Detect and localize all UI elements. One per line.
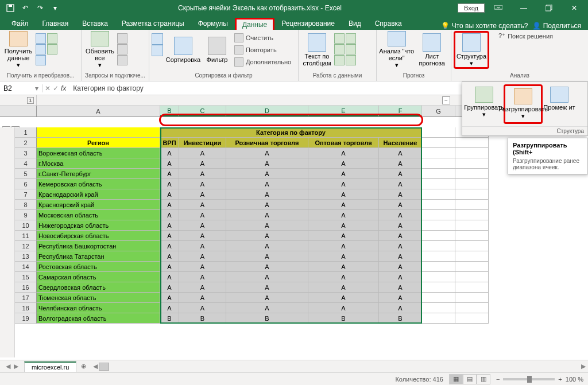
cell[interactable] (455, 158, 489, 169)
h-scrollbar[interactable]: ◀▶ (91, 363, 588, 371)
data-cell[interactable]: A (308, 231, 379, 241)
data-cell[interactable]: A (160, 179, 179, 189)
manage-model-icon[interactable] (346, 55, 356, 65)
undo-icon[interactable]: ↶ (18, 1, 32, 15)
cell[interactable] (455, 313, 489, 324)
region-cell[interactable]: г.Санкт-Петербург (37, 169, 160, 179)
data-cell[interactable]: A (379, 272, 422, 282)
cell[interactable] (455, 251, 489, 262)
row-header[interactable]: 9 (15, 210, 37, 220)
flash-fill-icon[interactable] (334, 33, 345, 44)
data-cell[interactable]: A (179, 220, 226, 231)
region-cell[interactable]: Нижегородская область (37, 220, 160, 231)
tab-formulas[interactable]: Формулы (191, 17, 235, 30)
col-header-A[interactable]: A (37, 106, 160, 116)
row-header[interactable]: 1 (15, 127, 37, 138)
region-cell[interactable]: Самарская область (37, 272, 160, 282)
share-button[interactable]: 👤 Поделиться (532, 22, 581, 30)
sort-az-icon[interactable] (152, 33, 163, 45)
cell[interactable] (422, 241, 455, 251)
data-cell[interactable]: A (179, 251, 226, 262)
data-cell[interactable]: A (379, 148, 422, 158)
text-to-columns-button[interactable]: Текст по столбцам (301, 31, 333, 69)
page-break-view-icon[interactable]: ▥ (477, 374, 490, 384)
region-cell[interactable]: Кемеровская область (37, 179, 160, 189)
data-cell[interactable]: A (179, 262, 226, 272)
cell[interactable] (422, 220, 455, 231)
tab-data[interactable]: Данные (235, 18, 274, 30)
tellme-search[interactable]: 💡Что вы хотите сделать? (441, 22, 528, 30)
zoom-out-icon[interactable]: − (496, 376, 500, 383)
data-cell[interactable]: A (160, 262, 179, 272)
cell[interactable] (455, 293, 489, 303)
consolidate-icon[interactable] (346, 33, 356, 44)
remove-dup-icon[interactable] (334, 44, 345, 55)
region-cell[interactable]: Республика Татарстан (37, 251, 160, 262)
data-cell[interactable]: A (308, 220, 379, 231)
data-cell[interactable]: A (226, 231, 308, 241)
data-cell[interactable]: B (308, 313, 379, 324)
tab-file[interactable]: Файл (5, 17, 36, 30)
data-cell[interactable]: A (308, 282, 379, 293)
row-header[interactable]: 17 (15, 293, 37, 303)
whatif-button[interactable]: Анализ "что если"▾ (379, 31, 414, 69)
prev-sheet-icon[interactable]: ◀ (6, 363, 10, 370)
tab-view[interactable]: Вид (342, 17, 368, 30)
data-cell[interactable]: A (379, 231, 422, 241)
data-cell[interactable]: A (160, 189, 179, 200)
data-cell[interactable]: A (160, 303, 179, 313)
data-cell[interactable]: A (379, 251, 422, 262)
cell[interactable] (455, 148, 489, 158)
data-cell[interactable]: A (308, 272, 379, 282)
get-data-button[interactable]: Получить данные▾ (2, 31, 34, 69)
tab-insert[interactable]: Вставка (75, 17, 115, 30)
region-cell[interactable]: Ростовская область (37, 262, 160, 272)
zoom-in-icon[interactable]: + (558, 376, 562, 383)
col-sub-header[interactable]: Оптовая торговля (308, 138, 379, 148)
data-cell[interactable]: A (179, 179, 226, 189)
data-cell[interactable]: A (226, 210, 308, 220)
cell[interactable] (422, 189, 455, 200)
reapply-button[interactable]: Повторить (232, 44, 293, 56)
cancel-fx-icon[interactable]: ✕ (45, 84, 51, 92)
row-header[interactable]: 11 (15, 231, 37, 241)
region-cell[interactable]: Тюменская область (37, 293, 160, 303)
connections-icon[interactable] (47, 44, 57, 55)
region-cell[interactable]: Краснодарский край (37, 189, 160, 200)
from-text-icon[interactable] (36, 33, 46, 44)
redo-icon[interactable]: ↷ (33, 1, 47, 15)
col-header-D[interactable]: D (226, 106, 308, 116)
data-cell[interactable]: A (308, 303, 379, 313)
data-cell[interactable]: A (379, 200, 422, 210)
cell[interactable] (455, 241, 489, 251)
merged-header[interactable]: Категория по фактору (160, 127, 422, 138)
region-cell[interactable]: Челябинская область (37, 303, 160, 313)
data-cell[interactable]: A (160, 241, 179, 251)
tab-help[interactable]: Справка (368, 17, 409, 30)
tab-home[interactable]: Главная (36, 17, 76, 30)
data-cell[interactable]: A (308, 148, 379, 158)
queries-icon[interactable] (117, 33, 127, 44)
grid[interactable]: 1Категория по фактору2РегионВРПИнвестици… (0, 127, 588, 357)
data-cell[interactable]: A (179, 272, 226, 282)
data-cell[interactable]: A (308, 158, 379, 169)
data-cell[interactable]: A (179, 158, 226, 169)
cell[interactable] (422, 210, 455, 220)
data-cell[interactable]: A (179, 200, 226, 210)
row-header[interactable]: 4 (15, 158, 37, 169)
data-cell[interactable]: A (308, 251, 379, 262)
data-cell[interactable]: A (160, 210, 179, 220)
data-cell[interactable]: A (226, 169, 308, 179)
ungroup-button[interactable]: Разгруппировать▾ (504, 84, 543, 124)
row-header[interactable]: 5 (15, 169, 37, 179)
minimize-icon[interactable]: — (512, 0, 535, 16)
col-sub-header[interactable]: Инвестиции (179, 138, 226, 148)
properties-icon[interactable] (117, 44, 127, 55)
refresh-all-button[interactable]: Обновить все▾ (84, 31, 116, 69)
data-cell[interactable]: A (308, 262, 379, 272)
data-cell[interactable]: A (379, 220, 422, 231)
row-header[interactable]: 12 (15, 241, 37, 251)
page-layout-view-icon[interactable]: ▤ (463, 374, 477, 384)
name-box[interactable]: B2▾ (0, 84, 42, 92)
from-web-icon[interactable] (36, 44, 46, 55)
